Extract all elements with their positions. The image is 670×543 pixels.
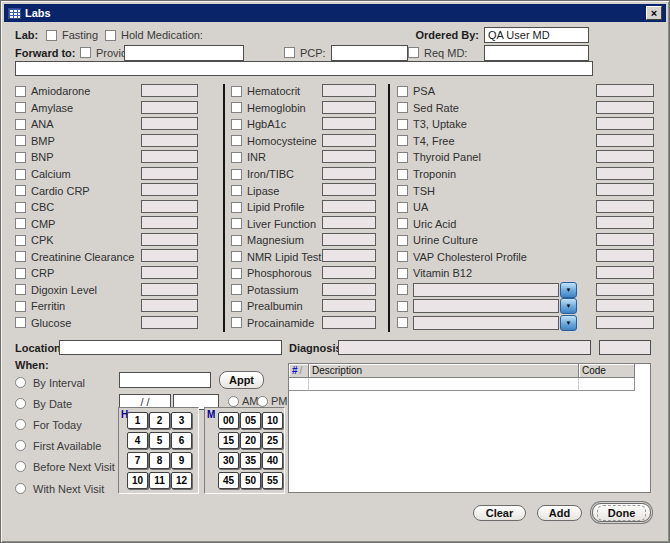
first-available-radio[interactable] [15,440,26,451]
test-result-field[interactable] [596,117,654,130]
test-result-field[interactable] [322,200,376,213]
hold-medication-checkbox[interactable] [105,30,116,41]
combo-dropdown-icon[interactable]: ▼ [560,282,577,298]
test-checkbox[interactable] [231,119,242,130]
req-md-field[interactable] [484,45,589,61]
minute-button[interactable]: 00 [218,412,239,429]
test-checkbox[interactable] [397,102,408,113]
hour-button[interactable]: 12 [171,472,192,489]
test-checkbox[interactable] [397,135,408,146]
test-checkbox[interactable] [231,235,242,246]
custom-test-combobox[interactable] [413,299,559,313]
test-result-field[interactable] [596,299,654,312]
orders-empty-row-cell[interactable] [579,378,635,391]
diagnosis-code-field[interactable] [599,340,651,355]
test-checkbox[interactable] [15,86,26,97]
test-result-field[interactable] [596,233,654,246]
test-result-field[interactable] [141,249,198,262]
hour-button[interactable]: 7 [127,452,148,469]
test-checkbox[interactable] [231,301,242,312]
test-checkbox[interactable] [15,119,26,130]
hour-button[interactable]: 8 [149,452,170,469]
hour-button[interactable]: 11 [149,472,170,489]
test-checkbox[interactable] [15,169,26,180]
test-checkbox[interactable] [397,301,408,312]
test-result-field[interactable] [322,299,376,312]
test-checkbox[interactable] [231,86,242,97]
pm-radio[interactable] [257,396,268,407]
provider-field[interactable] [124,45,244,61]
test-checkbox[interactable] [15,185,26,196]
test-checkbox[interactable] [397,152,408,163]
for-today-radio[interactable] [15,419,26,430]
pcp-checkbox[interactable] [284,47,295,58]
test-checkbox[interactable] [15,135,26,146]
minute-button[interactable]: 30 [218,452,239,469]
test-result-field[interactable] [596,167,654,180]
test-result-field[interactable] [141,283,198,296]
minute-button[interactable]: 40 [262,452,283,469]
test-checkbox[interactable] [15,301,26,312]
test-checkbox[interactable] [397,235,408,246]
orders-empty-row-cell[interactable] [309,378,579,391]
orders-empty-row-cell[interactable] [289,378,309,391]
by-interval-radio[interactable] [15,377,26,388]
minute-button[interactable]: 05 [240,412,261,429]
hour-button[interactable]: 10 [127,472,148,489]
test-result-field[interactable] [596,316,654,329]
test-result-field[interactable] [596,84,654,97]
test-checkbox[interactable] [15,317,26,328]
hour-button[interactable]: 1 [127,412,148,429]
test-checkbox[interactable] [397,251,408,262]
test-checkbox[interactable] [231,284,242,295]
test-checkbox[interactable] [231,102,242,113]
req-md-checkbox[interactable] [408,47,419,58]
test-checkbox[interactable] [231,202,242,213]
minute-button[interactable]: 35 [240,452,261,469]
test-result-field[interactable] [322,216,376,229]
test-result-field[interactable] [141,233,198,246]
test-result-field[interactable] [141,134,198,147]
test-result-field[interactable] [322,316,376,329]
hour-button[interactable]: 3 [171,412,192,429]
hour-button[interactable]: 5 [149,432,170,449]
test-result-field[interactable] [322,134,376,147]
test-checkbox[interactable] [397,185,408,196]
test-result-field[interactable] [322,167,376,180]
test-checkbox[interactable] [397,317,408,328]
hour-button[interactable]: 4 [127,432,148,449]
by-date-radio[interactable] [15,398,26,409]
test-checkbox[interactable] [397,119,408,130]
test-checkbox[interactable] [15,268,26,279]
done-button[interactable]: Done [592,503,651,522]
test-result-field[interactable] [596,200,654,213]
appt-button[interactable]: Appt [219,371,264,389]
add-button[interactable]: Add [537,505,582,521]
hour-button[interactable]: 2 [149,412,170,429]
test-checkbox[interactable] [231,135,242,146]
test-result-field[interactable] [596,101,654,114]
test-result-field[interactable] [322,150,376,163]
forward-to-notes-field[interactable] [15,61,593,76]
test-checkbox[interactable] [15,218,26,229]
test-result-field[interactable] [141,150,198,163]
minute-button[interactable]: 55 [262,472,283,489]
test-checkbox[interactable] [397,284,408,295]
test-result-field[interactable] [141,200,198,213]
hour-button[interactable]: 9 [171,452,192,469]
test-result-field[interactable] [596,266,654,279]
test-result-field[interactable] [322,84,376,97]
test-result-field[interactable] [322,233,376,246]
minute-button[interactable]: 10 [262,412,283,429]
test-result-field[interactable] [596,249,654,262]
test-result-field[interactable] [322,266,376,279]
test-result-field[interactable] [141,101,198,114]
test-checkbox[interactable] [231,152,242,163]
test-checkbox[interactable] [231,218,242,229]
pcp-field[interactable] [331,45,408,61]
test-result-field[interactable] [322,183,376,196]
minute-button[interactable]: 45 [218,472,239,489]
test-result-field[interactable] [596,150,654,163]
diagnosis-field[interactable] [338,340,591,355]
test-result-field[interactable] [596,283,654,296]
